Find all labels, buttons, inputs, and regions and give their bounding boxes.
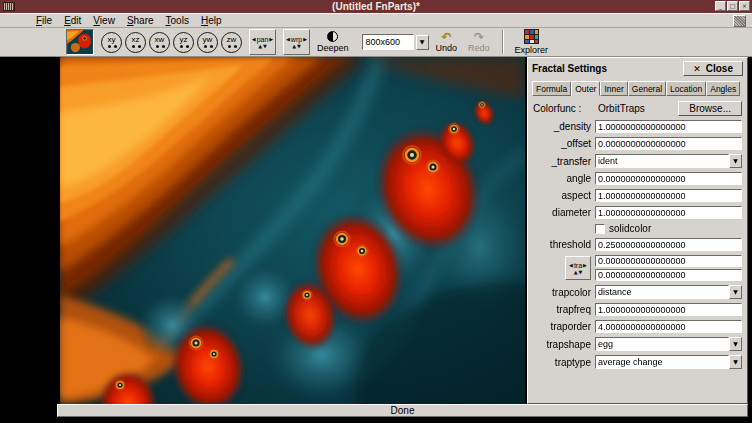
axis-button-xy[interactable]: xy [101,32,122,53]
dropdown-arrow-icon[interactable]: ▼ [729,355,742,369]
menu-view[interactable]: View [87,15,121,26]
trapfreq-input[interactable] [595,303,742,316]
colorfunc-label: Colorfunc : [533,103,595,114]
diameter-input[interactable] [595,206,742,219]
arrow-right-icon[interactable]: ▶ [269,37,273,42]
browse-button[interactable]: Browse... [678,101,742,116]
traporder-input[interactable] [595,320,742,333]
settings-row-trapcolor: trapcolor distance ▼ [533,285,742,299]
arrow-left-icon[interactable]: ◀ [252,37,256,42]
tra-input-2[interactable] [595,269,742,281]
fractal-image [60,57,525,404]
titlebar-buttons: _ □ × [715,1,750,11]
arrow-up-icon[interactable]: ▲ [574,270,578,275]
transfer-combo[interactable]: ident ▼ [595,154,742,168]
settings-row-traporder: traporder [533,320,742,333]
axis-dots-icon [204,45,207,48]
settings-row-threshold: threshold [533,238,742,251]
redo-button[interactable]: ↷ Redo [464,32,494,53]
arrow-up-icon[interactable]: ▲ [292,44,296,49]
titlebar[interactable]: (Untitled FnParts)* _ □ × [0,0,752,13]
deepen-icon [327,31,338,42]
arrow-right-icon[interactable]: ▶ [303,37,307,42]
arrow-down-icon[interactable]: ▼ [579,270,583,275]
pan-control[interactable]: ◀ pan ▶ ▲ ▼ [249,29,276,55]
colorfunc-value: OrbitTraps [595,103,678,114]
fractal-settings-panel: Fractal Settings ✕ Close Formula Outer I… [527,57,748,404]
arrow-up-icon[interactable]: ▲ [258,44,262,49]
resolution-combo: 800x600 ▼ [362,34,429,50]
menu-tools[interactable]: Tools [160,15,195,26]
tab-formula[interactable]: Formula [532,81,571,96]
panel-header: Fractal Settings ✕ Close [532,61,743,76]
fractal-thumbnail-icon [67,30,93,54]
fractal-canvas[interactable] [60,57,525,404]
app-window: (Untitled FnParts)* _ □ × File Edit View… [0,0,752,423]
close-window-button[interactable]: × [739,1,750,11]
angle-input[interactable] [595,172,742,185]
axis-button-zw[interactable]: zw [221,32,242,53]
close-icon: ✕ [693,64,701,74]
settings-row-transfer: _transfer ident ▼ [533,154,742,168]
trapcolor-combo[interactable]: distance ▼ [595,285,742,299]
settings-row-density: _density [533,120,742,133]
toolbar: xy xz xw yz yw zw ◀ pan ▶ [0,28,752,57]
tab-general[interactable]: General [628,81,666,96]
tra-input-1[interactable] [595,255,742,267]
deepen-button[interactable]: Deepen [313,31,353,53]
threshold-input[interactable] [595,238,742,251]
colorfunc-row: Colorfunc : OrbitTraps Browse... [533,101,742,116]
toolbar-separator [502,30,503,54]
axis-dots-icon [228,45,231,48]
tab-location[interactable]: Location [666,81,706,96]
explorer-button[interactable]: Explorer [511,29,553,55]
window-title: (Untitled FnParts)* [0,0,752,13]
status-bar: Done [57,404,748,417]
solidcolor-checkbox[interactable] [595,224,605,234]
trapshape-combo[interactable]: egg ▼ [595,337,742,351]
menubar-grip-icon[interactable] [733,15,746,27]
wrap-control[interactable]: ◀ wrp ▶ ▲ ▼ [283,29,310,55]
axis-button-yw[interactable]: yw [197,32,218,53]
menu-edit[interactable]: Edit [58,15,87,26]
redo-icon: ↷ [474,32,484,42]
dropdown-arrow-icon[interactable]: ▼ [729,285,742,299]
arrow-left-icon[interactable]: ◀ [286,37,290,42]
menubar: File Edit View Share Tools Help [0,13,752,28]
arrow-down-icon[interactable]: ▼ [263,44,267,49]
arrow-down-icon[interactable]: ▼ [297,44,301,49]
panel-title: Fractal Settings [532,63,607,74]
axis-dots-icon [180,45,183,48]
undo-icon: ↶ [441,32,451,42]
menu-share[interactable]: Share [121,15,160,26]
menu-help[interactable]: Help [195,15,228,26]
traptype-combo[interactable]: average change ▼ [595,355,742,369]
tra-nudge-control[interactable]: ◀ tra ▶ ▲ ▼ [565,256,591,280]
maximize-button[interactable]: □ [727,1,738,11]
dropdown-arrow-icon[interactable]: ▼ [729,154,742,168]
axis-dots-icon [132,45,135,48]
axis-button-xw[interactable]: xw [149,32,170,53]
chevron-down-icon[interactable]: ▼ [416,35,429,50]
settings-row-tra: ◀ tra ▶ ▲ ▼ [533,255,742,281]
fractal-thumbnail[interactable] [66,29,94,55]
tab-outer[interactable]: Outer [571,81,600,96]
axis-button-xz[interactable]: xz [125,32,146,53]
minimize-button[interactable]: _ [715,1,726,11]
tab-inner[interactable]: Inner [600,81,627,96]
resolution-value[interactable]: 800x600 [362,34,414,50]
tab-angles[interactable]: Angles [706,81,740,96]
axis-button-yz[interactable]: yz [173,32,194,53]
dropdown-arrow-icon[interactable]: ▼ [729,337,742,351]
window-menu-icon[interactable] [3,2,15,11]
menu-file[interactable]: File [30,15,58,26]
arrow-left-icon[interactable]: ◀ [569,263,573,268]
undo-button[interactable]: ↶ Undo [432,32,462,53]
density-input[interactable] [595,120,742,133]
offset-input[interactable] [595,137,742,150]
solidcolor-label: solidcolor [609,223,651,234]
close-panel-button[interactable]: ✕ Close [683,61,743,76]
axis-dots-icon [156,45,159,48]
aspect-input[interactable] [595,189,742,202]
arrow-right-icon[interactable]: ▶ [583,263,587,268]
